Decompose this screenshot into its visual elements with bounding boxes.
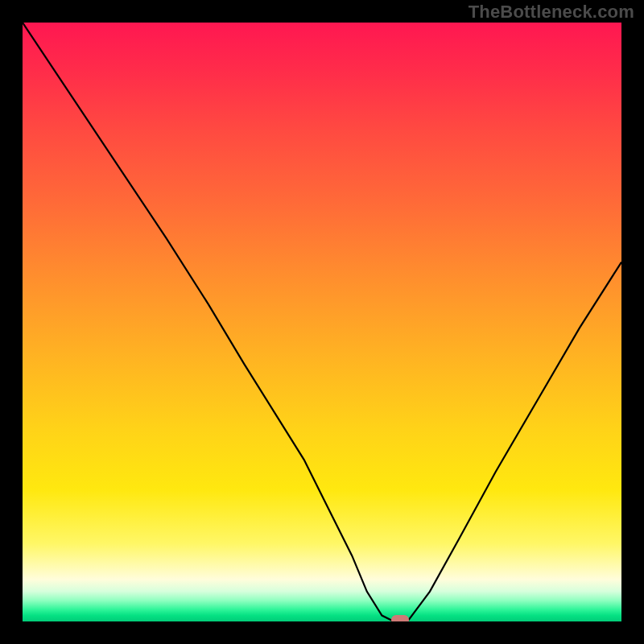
- watermark-label: TheBottleneck.com: [469, 2, 634, 23]
- bottleneck-curve-path: [23, 23, 621, 621]
- bottleneck-curve: [23, 23, 621, 621]
- plot-area: [23, 23, 621, 621]
- chart-frame: TheBottleneck.com: [0, 0, 644, 644]
- optimal-point-marker: [391, 615, 409, 621]
